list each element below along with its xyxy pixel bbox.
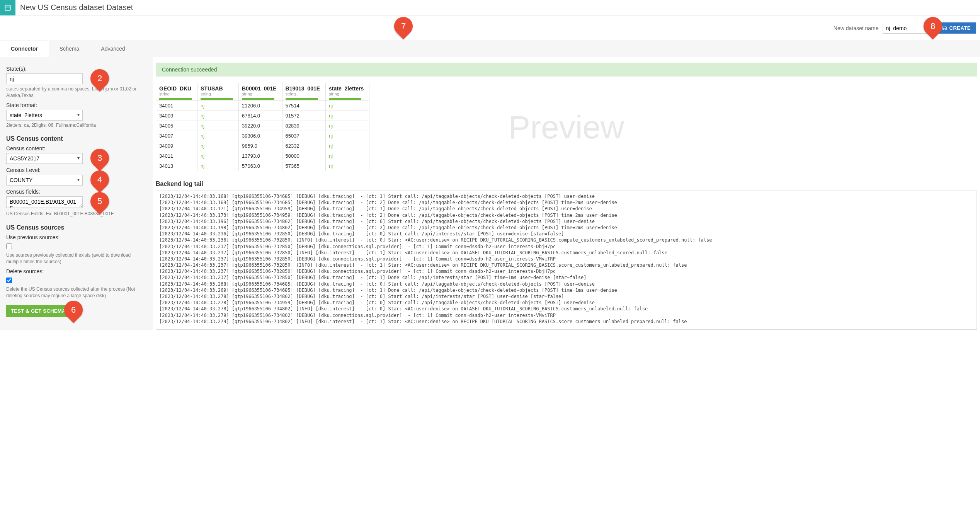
table-cell: nj (197, 161, 239, 171)
table-cell: 50000 (282, 151, 326, 161)
page-header: New US Census dataset Dataset (0, 0, 980, 15)
save-icon (942, 26, 947, 31)
table-cell: 82839 (282, 121, 326, 131)
table-cell: 34007 (156, 131, 197, 141)
table-cell: nj (197, 151, 239, 161)
content: Connection succeeded Preview GEOID_DKUst… (153, 57, 980, 330)
table-cell: 91572 (282, 111, 326, 121)
log-heading: Backend log tail (156, 180, 977, 187)
table-cell: nj (326, 141, 369, 151)
table-cell: 39220.0 (239, 121, 282, 131)
column-header[interactable]: B00001_001Estring (239, 83, 282, 101)
column-header[interactable]: STUSABstring (197, 83, 239, 101)
census-fields-input[interactable]: B00001_001E,B19013_001E (6, 196, 83, 208)
page-title: New US Census dataset Dataset (20, 3, 133, 12)
states-help: states separated by a comma no spaces. L… (6, 86, 146, 99)
table-cell: nj (326, 111, 369, 121)
census-content-label: Census content: (6, 145, 146, 152)
use-prev-label: Use previous sources: (6, 234, 146, 240)
use-prev-help: Use sources previously collected if exis… (6, 252, 146, 265)
delete-checkbox[interactable] (6, 278, 12, 283)
table-cell: 67814.0 (239, 111, 282, 121)
svg-rect-0 (5, 5, 10, 10)
table-cell: nj (326, 121, 369, 131)
table-row: 34013nj57063.057365nj (156, 161, 369, 171)
preview-watermark: Preview (509, 108, 624, 146)
table-cell: 65037 (282, 131, 326, 141)
new-dataset-label: New dataset name (834, 25, 879, 31)
table-cell: nj (197, 111, 239, 121)
states-input[interactable] (6, 73, 83, 84)
state-format-help: 2letters: ca, 2Digits: 06, Fullname:Cali… (6, 122, 146, 129)
table-cell: 39306.0 (239, 131, 282, 141)
table-cell: 34011 (156, 151, 197, 161)
table-cell: 34009 (156, 141, 197, 151)
census-sources-heading: US Census sources (6, 224, 146, 231)
table-cell: nj (326, 101, 369, 111)
tab-connector[interactable]: Connector (0, 41, 49, 57)
census-level-select[interactable]: COUNTY (6, 175, 83, 186)
states-label: State(s): (6, 66, 146, 72)
column-header[interactable]: B19013_001Estring (282, 83, 326, 101)
table-cell: nj (197, 141, 239, 151)
table-cell: 13793.0 (239, 151, 282, 161)
census-content-select[interactable]: ACS5Y2017 (6, 153, 83, 164)
test-schema-button[interactable]: TEST & GET SCHEMA (6, 305, 70, 317)
table-cell: 62332 (282, 141, 326, 151)
table-cell: 57063.0 (239, 161, 282, 171)
callout-7: 7 (390, 13, 417, 39)
preview-wrap: Preview GEOID_DKUstringSTUSABstringB0000… (156, 83, 977, 171)
table-cell: nj (326, 151, 369, 161)
state-format-label: State format: (6, 102, 146, 108)
sidebar: State(s): 2 states separated by a comma … (0, 57, 153, 330)
census-level-label: Census Level: (6, 167, 146, 173)
table-cell: 34003 (156, 111, 197, 121)
state-format-select[interactable]: state_2letters (6, 110, 83, 121)
table-cell: nj (197, 121, 239, 131)
use-prev-checkbox[interactable] (6, 243, 12, 249)
preview-table: GEOID_DKUstringSTUSABstringB00001_001Est… (156, 83, 369, 171)
table-cell: nj (197, 131, 239, 141)
table-cell: nj (326, 131, 369, 141)
column-header[interactable]: state_2lettersstring (326, 83, 369, 101)
delete-label: Delete sources: (6, 268, 146, 274)
callout-6: 6 (60, 297, 87, 323)
create-button[interactable]: CREATE (937, 22, 976, 34)
table-row: 34009nj9859.062332nj (156, 141, 369, 151)
table-row: 34011nj13793.050000nj (156, 151, 369, 161)
tabs: Connector Schema Advanced (0, 41, 980, 57)
callout-8: 8 (920, 13, 946, 39)
table-cell: 34005 (156, 121, 197, 131)
tab-advanced[interactable]: Advanced (90, 41, 136, 57)
table-cell: nj (197, 101, 239, 111)
dataset-icon (0, 0, 15, 15)
tab-schema[interactable]: Schema (49, 41, 90, 57)
column-header[interactable]: GEOID_DKUstring (156, 83, 197, 101)
success-banner: Connection succeeded (156, 63, 977, 77)
table-cell: 57514 (282, 101, 326, 111)
table-row: 34001nj21206.057514nj (156, 101, 369, 111)
census-fields-label: Census fields: (6, 189, 146, 195)
table-cell: 34013 (156, 161, 197, 171)
create-row: 7 New dataset name 8 CREATE (0, 15, 980, 41)
census-fields-help: US Census Fields. Ex: B00001_001E,B08534… (6, 211, 146, 217)
table-cell: 21206.0 (239, 101, 282, 111)
table-cell: nj (326, 161, 369, 171)
table-row: 34007nj39306.065037nj (156, 131, 369, 141)
table-row: 34005nj39220.082839nj (156, 121, 369, 131)
table-cell: 9859.0 (239, 141, 282, 151)
census-content-heading: US Census content (6, 135, 146, 142)
table-cell: 57365 (282, 161, 326, 171)
table-cell: 34001 (156, 101, 197, 111)
delete-help: Delete the US Census sources collected a… (6, 286, 146, 299)
log-box[interactable]: [2023/12/04-14:40:33.168] [qtp1966355106… (156, 191, 977, 330)
table-row: 34003nj67814.091572nj (156, 111, 369, 121)
